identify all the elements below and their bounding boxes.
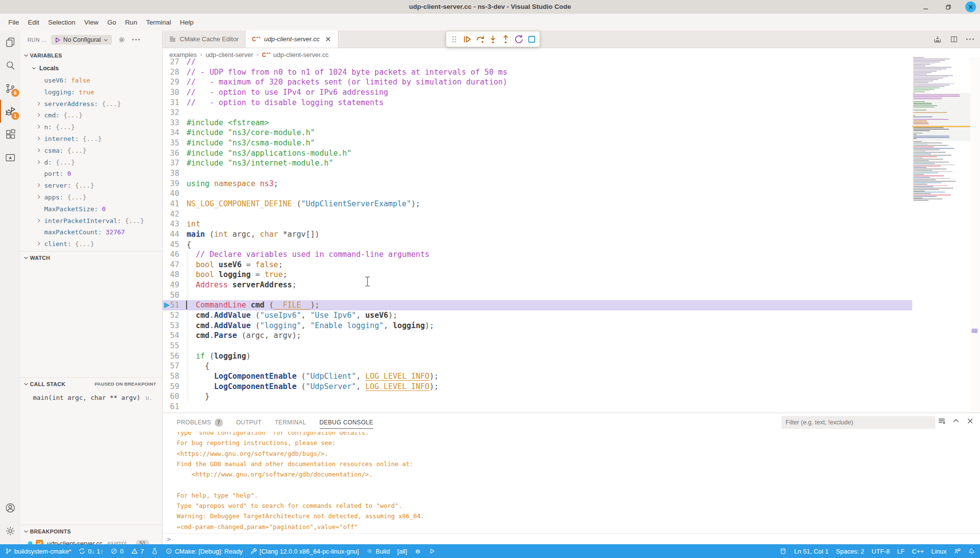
code-line-29[interactable]: 29// - maximum of 320 packets sent (or l… [163,77,912,87]
minimap[interactable] [912,57,970,413]
status-eol[interactable]: LF [897,548,904,555]
debug-step-into-button[interactable] [487,33,499,45]
code-line-46[interactable]: 46 // Declare variables used in command-… [163,250,912,260]
code-line-36[interactable]: 36#include "ns3/applications-module.h" [163,148,912,159]
minimap-slider[interactable] [912,93,970,141]
editor-tab-2[interactable]: C++udp-client-server.cc✕ [245,30,338,48]
status-cmake-build[interactable]: Build [366,548,390,555]
status-sync-changes[interactable]: 0↓ 1↑ [79,548,103,555]
maximize-panel-icon[interactable] [952,417,960,425]
status-cmake-target[interactable]: [all] [397,548,407,555]
status-platform[interactable]: Linux [931,548,947,555]
code-line-53[interactable]: 53 cmd.AddValue ("logging", "Enable logg… [163,321,912,331]
code-line-32[interactable]: 32 [163,108,912,118]
code-line-59[interactable]: 59 LogComponentEnable ("UdpServer", LOG_… [163,382,912,392]
variable-row-cmd[interactable]: cmd: {...} [21,110,162,121]
code-line-27[interactable]: 27// [163,57,912,67]
start-debugging-icon[interactable] [54,37,61,43]
watch-section-header[interactable]: WATCH [21,251,162,264]
menu-item-view[interactable]: View [80,16,103,28]
code-line-33[interactable]: 33#include <fstream> [163,118,912,128]
panel-tab-output[interactable]: OUTPUT [236,413,262,432]
status-encoding[interactable]: UTF-8 [871,548,890,555]
debug-settings-gear-icon[interactable] [118,36,126,44]
variable-row-interPacketInterval[interactable]: interPacketInterval: {...} [21,215,162,227]
status-feedback[interactable] [954,548,961,555]
debug-console-prompt[interactable]: > [163,533,980,544]
variable-row-port[interactable]: port: 0 [21,168,162,180]
code-line-57[interactable]: 57 { [163,361,912,371]
variable-row-useV6[interactable]: useV6: false [21,75,162,86]
minimize-button[interactable] [920,1,931,12]
code-line-38[interactable]: 38 [163,168,912,179]
status-cmake-kit[interactable]: [Clang 12.0.0 x86_64-pc-linux-gnu] [250,548,359,555]
status-language-mode[interactable]: C++ [912,548,924,555]
install-actions[interactable] [933,35,942,44]
status-indentation[interactable]: Spaces: 2 [836,548,865,555]
activity-item-cmake-tools[interactable] [0,146,21,169]
code-line-31[interactable]: 31// - option to disable logging stateme… [163,98,912,108]
code-line-52[interactable]: 52 cmd.AddValue ("useIpv6", "Use Ipv6", … [163,310,912,321]
variable-row-d[interactable]: d: {...} [21,157,162,168]
variable-row-client[interactable]: client: {...} [21,238,162,250]
status-errors[interactable]: 0 [110,548,123,555]
status-cmake-status[interactable]: CMake: [Debug]: Ready [165,548,243,555]
debug-step-over-button[interactable] [474,33,486,45]
code-line-45[interactable]: 45{ [163,240,912,250]
variables-section-header[interactable]: VARIABLES [21,49,162,62]
code-line-37[interactable]: 37#include "ns3/internet-module.h" [163,158,912,168]
breakpoint-row[interactable]: udp-client-server.cc exampl... 51 [21,537,162,544]
menu-item-selection[interactable]: Selection [44,16,80,28]
activity-item-run-and-debug[interactable]: 1 [0,100,21,123]
activity-item-extensions[interactable] [0,123,21,146]
menu-item-edit[interactable]: Edit [24,16,44,28]
close-tab-icon[interactable]: ✕ [325,35,331,44]
code-line-61[interactable]: 61 [163,402,912,412]
breakpoint-checkbox[interactable] [36,540,43,545]
code-line-41[interactable]: 41NS_LOG_COMPONENT_DEFINE ("UdpClientSer… [163,199,912,209]
split-editor[interactable] [950,35,958,44]
menu-item-go[interactable]: Go [103,16,121,28]
panel-tab-problems[interactable]: PROBLEMS7 [177,413,223,432]
status-git-branch[interactable]: buildsystem-cmake* [5,548,71,555]
code-line-39[interactable]: 39using namespace ns3; [163,179,912,189]
panel-tab-terminal[interactable]: TERMINAL [275,413,306,432]
variable-row-serverAddress[interactable]: serverAddress: {...} [21,98,162,110]
code-line-34[interactable]: 34#include "ns3/core-module.h" [163,128,912,138]
menu-item-terminal[interactable]: Terminal [141,16,175,28]
menu-item-run[interactable]: Run [121,16,142,28]
restore-button[interactable] [943,1,953,12]
code-line-49[interactable]: 49 Address serverAddress; [163,280,912,290]
variable-row-internet[interactable]: internet: {...} [21,133,162,145]
status-cmake-debug[interactable] [414,548,421,555]
code-line-51[interactable]: 51 CommandLine cmd (__FILE__); [163,300,912,310]
menu-item-help[interactable]: Help [175,16,198,28]
panel-tab-debug-console[interactable]: DEBUG CONSOLE [320,413,374,432]
close-button[interactable] [965,1,976,12]
status-remote-indicator[interactable] [780,548,787,555]
filter-icon[interactable] [938,417,946,425]
code-line-35[interactable]: 35#include "ns3/csma-module.h" [163,138,912,148]
status-ctest[interactable] [151,548,158,555]
code-line-48[interactable]: 48 bool logging = true; [163,270,912,280]
activity-item-source-control[interactable]: 6 [0,77,21,100]
variable-row-n[interactable]: n: {...} [21,121,162,133]
overview-ruler[interactable] [970,57,980,413]
variables-scope-locals[interactable]: Locals [21,62,162,75]
variable-row-logging[interactable]: logging: true [21,86,162,98]
variable-row-apps[interactable]: apps: {...} [21,192,162,203]
code-line-47[interactable]: 47 bool useV6 = false; [163,260,912,270]
breakpoints-section-header[interactable]: BREAKPOINTS [21,525,162,537]
variable-row-server[interactable]: server: {...} [21,180,162,192]
activity-item-accounts[interactable] [0,496,21,519]
close-panel-icon[interactable] [966,417,974,425]
activity-item-manage[interactable] [0,519,21,542]
call-stack-frame[interactable]: main(int argc, char ** argv)u. [21,392,162,404]
launch-configuration-picker[interactable]: No Configural [51,35,112,45]
more-actions[interactable]: ··· [966,35,975,44]
call-stack-section-header[interactable]: CALL STACK PAUSED ON BREAKPOINT [21,377,162,390]
variable-row-csma[interactable]: csma: {...} [21,145,162,157]
variable-row-maxPacketCount[interactable]: maxPacketCount: 32767 [21,226,162,238]
code-line-43[interactable]: 43int [163,219,912,229]
variable-row-MaxPacketSize[interactable]: MaxPacketSize: 0 [21,203,162,215]
